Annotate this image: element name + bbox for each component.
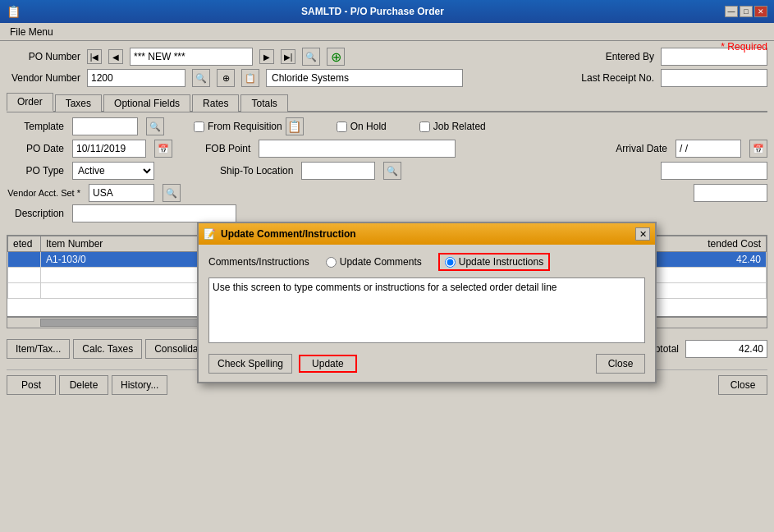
close-modal-button[interactable]: Close bbox=[596, 354, 645, 374]
template-label: Template bbox=[7, 121, 64, 132]
comments-instructions-label: Comments/Instructions bbox=[208, 256, 309, 268]
update-instructions-radio[interactable] bbox=[445, 257, 456, 268]
nav-last-btn[interactable]: ▶| bbox=[281, 49, 295, 64]
po-date-input[interactable] bbox=[72, 140, 146, 158]
job-related-group: Job Related bbox=[419, 121, 486, 132]
form-row-vendor-acct: Vendor Acct. Set * 🔍 Bill-To Location bbox=[7, 184, 767, 202]
app-icon: 📋 bbox=[7, 5, 21, 18]
form-row-type: PO Type Active Inactive Standing Ship-To… bbox=[7, 162, 767, 180]
po-number-label: PO Number bbox=[7, 51, 80, 62]
modal-close-x-button[interactable]: ✕ bbox=[635, 227, 650, 241]
tab-order[interactable]: Order bbox=[7, 93, 53, 112]
vendor-add-btn[interactable]: ⊕ bbox=[217, 69, 235, 87]
calc-taxes-button[interactable]: Calc. Taxes bbox=[73, 339, 142, 359]
comment-textarea[interactable] bbox=[208, 277, 645, 343]
from-req-icon-btn[interactable]: 📋 bbox=[286, 117, 304, 135]
update-comments-radio[interactable] bbox=[326, 257, 337, 268]
maximize-button[interactable]: □ bbox=[740, 6, 753, 17]
modal-title-bar: 📝 Update Comment/Instruction ✕ bbox=[199, 223, 655, 245]
action-btn-group: Post Delete History... bbox=[7, 375, 167, 395]
vendor-search-btn[interactable]: 🔍 bbox=[192, 69, 210, 87]
nav-prev-btn[interactable]: ◀ bbox=[108, 49, 123, 64]
entered-by-label: Entered By bbox=[580, 51, 654, 62]
bill-to-input[interactable] bbox=[694, 184, 767, 202]
tab-rates[interactable]: Rates bbox=[192, 94, 239, 112]
po-type-select[interactable]: Active Inactive Standing bbox=[72, 162, 154, 180]
template-input[interactable] bbox=[72, 117, 138, 135]
search-btn[interactable]: 🔍 bbox=[302, 48, 320, 66]
update-comments-option[interactable]: Update Comments bbox=[326, 256, 422, 268]
ship-to-search-btn[interactable]: 🔍 bbox=[383, 162, 401, 180]
po-number-input[interactable] bbox=[130, 48, 253, 66]
order-subtotal-value bbox=[685, 340, 767, 358]
vendor-acct-search-btn[interactable]: 🔍 bbox=[163, 184, 181, 202]
menu-file[interactable]: File Menu bbox=[7, 25, 57, 39]
modal-icon: 📝 bbox=[204, 228, 216, 240]
description-label: Description bbox=[7, 208, 64, 219]
from-requisition-checkbox[interactable] bbox=[194, 122, 204, 132]
po-header-row1: PO Number |◀ ◀ ▶ ▶| 🔍 ⊕ Entered By bbox=[7, 48, 767, 66]
po-header-row2: Vendor Number 🔍 ⊕ 📋 Last Receipt No. bbox=[7, 69, 767, 87]
add-btn[interactable]: ⊕ bbox=[327, 48, 345, 66]
nav-next-btn[interactable]: ▶ bbox=[259, 49, 274, 64]
col-eted: eted bbox=[8, 236, 41, 252]
ship-to-input[interactable] bbox=[301, 162, 375, 180]
form-row-template: Template 🔍 From Requisition 📋 On Hold Jo… bbox=[7, 117, 767, 135]
cell-eted bbox=[8, 252, 41, 268]
modal-radio-row: Comments/Instructions Update Comments Up… bbox=[208, 253, 645, 271]
last-receipt-input[interactable] bbox=[661, 69, 767, 87]
minimize-button[interactable]: — bbox=[725, 6, 738, 17]
vendor-number-label: Vendor Number bbox=[7, 72, 80, 84]
on-hold-label: On Hold bbox=[350, 121, 387, 132]
close-main-button[interactable]: Close bbox=[718, 375, 767, 395]
po-type-label: PO Type bbox=[7, 165, 64, 177]
vendor-name-field bbox=[266, 69, 463, 87]
modal-body: Comments/Instructions Update Comments Up… bbox=[199, 245, 655, 382]
update-comment-modal: 📝 Update Comment/Instruction ✕ Comments/… bbox=[197, 222, 657, 383]
order-form-area: Template 🔍 From Requisition 📋 On Hold Jo… bbox=[7, 112, 767, 232]
update-instructions-label: Update Instructions bbox=[459, 256, 543, 268]
on-hold-group: On Hold bbox=[337, 121, 387, 132]
arrival-date-input[interactable] bbox=[676, 140, 741, 158]
modal-title: Update Comment/Instruction bbox=[221, 228, 356, 240]
form-row-description: Description bbox=[7, 204, 767, 222]
tab-optional-fields[interactable]: Optional Fields bbox=[103, 94, 190, 112]
close-window-button[interactable]: ✕ bbox=[754, 6, 767, 17]
title-bar-text: SAMLTD - P/O Purchase Order bbox=[21, 6, 725, 17]
history-button[interactable]: History... bbox=[112, 375, 167, 395]
menu-bar: File Menu bbox=[0, 23, 774, 41]
fob-point-input[interactable] bbox=[259, 140, 456, 158]
po-date-label: PO Date bbox=[7, 143, 64, 154]
last-receipt-label: Last Receipt No. bbox=[580, 72, 654, 84]
required-note: * Required bbox=[721, 41, 767, 53]
vendor-acct-input[interactable] bbox=[89, 184, 154, 202]
from-requisition-label: From Requisition bbox=[208, 121, 282, 132]
delete-button[interactable]: Delete bbox=[59, 375, 108, 395]
modal-btn-row: Check Spelling Update Close bbox=[208, 354, 645, 374]
vendor-number-input[interactable] bbox=[87, 69, 185, 87]
tabs-row: Order Taxes Optional Fields Rates Totals… bbox=[7, 92, 767, 112]
on-hold-checkbox[interactable] bbox=[337, 122, 347, 132]
form-row-dates: PO Date 📅 FOB Point Arrival Date 📅 bbox=[7, 140, 767, 158]
item-tax-button[interactable]: Item/Tax... bbox=[7, 339, 70, 359]
po-date-picker-btn[interactable]: 📅 bbox=[154, 140, 172, 158]
description-input[interactable] bbox=[72, 204, 236, 222]
update-instructions-option[interactable]: Update Instructions bbox=[438, 253, 550, 271]
vendor-detail-btn[interactable]: 📋 bbox=[241, 69, 259, 87]
job-related-label: Job Related bbox=[433, 121, 486, 132]
template-search-btn[interactable]: 🔍 bbox=[146, 117, 164, 135]
from-requisition-group: From Requisition 📋 bbox=[194, 117, 304, 135]
ship-to-right-input[interactable] bbox=[661, 162, 767, 180]
post-button[interactable]: Post bbox=[7, 375, 56, 395]
update-button[interactable]: Update bbox=[299, 355, 357, 373]
nav-first-btn[interactable]: |◀ bbox=[87, 49, 102, 64]
ship-to-label: Ship-To Location bbox=[220, 165, 293, 177]
tab-totals[interactable]: Totals bbox=[240, 94, 287, 112]
job-related-checkbox[interactable] bbox=[419, 122, 430, 132]
vendor-acct-label: Vendor Acct. Set * bbox=[7, 188, 80, 198]
update-comments-label: Update Comments bbox=[340, 256, 422, 268]
check-spelling-button[interactable]: Check Spelling bbox=[208, 354, 292, 374]
fob-point-label: FOB Point bbox=[205, 143, 250, 154]
arrival-date-picker-btn[interactable]: 📅 bbox=[749, 140, 767, 158]
tab-taxes[interactable]: Taxes bbox=[55, 94, 102, 112]
